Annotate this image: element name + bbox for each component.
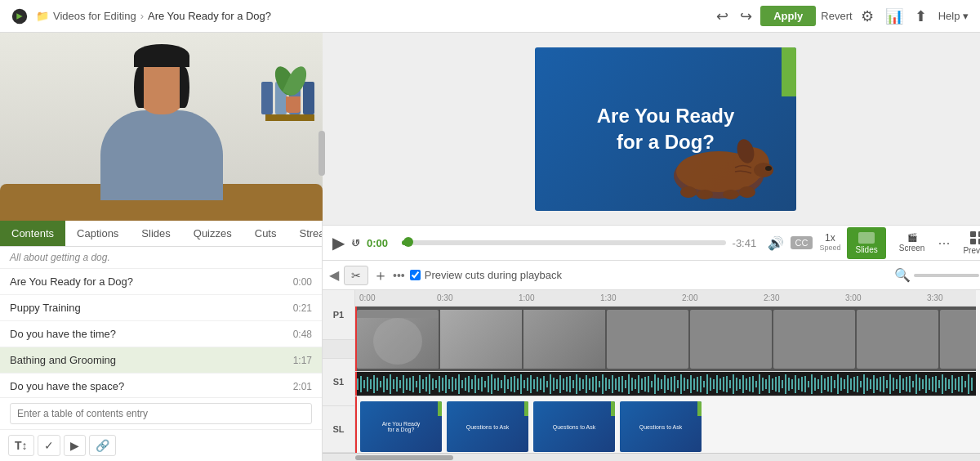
speed-button[interactable]: 1x Speed [819,233,840,252]
folder-icon: 📁 [36,10,49,22]
svg-rect-84 [595,376,597,392]
view-preview-button[interactable]: Preview [956,228,980,258]
list-item[interactable]: Are You Ready for a Dog? 0:00 [0,269,322,295]
item-title-2: Puppy Training [10,302,287,314]
svg-point-10 [739,186,755,198]
help-button[interactable]: Help ▾ [935,7,972,25]
presenter-body [100,110,223,200]
export-icon[interactable]: ⬆ [911,4,930,29]
tab-contents[interactable]: Contents [0,221,65,246]
redo-button[interactable]: ↪ [737,4,755,29]
video-clip-button[interactable]: ▶ [64,435,86,456]
preview-cuts-checkbox[interactable] [410,270,421,280]
apply-button[interactable]: Apply [760,6,816,26]
cc-button[interactable]: CC [791,236,813,249]
list-item[interactable]: Puppy Training 0:21 [0,295,322,321]
timeline-collapse-button[interactable]: ◀ [329,267,339,283]
scissors-button[interactable]: ✂ [344,266,368,285]
breadcrumb-folder[interactable]: Videos for Editing [53,10,136,22]
ruler-0: 0:00 [359,293,375,302]
svg-rect-111 [684,378,685,391]
view-slides-button[interactable]: Slides [847,227,885,259]
play-button[interactable]: ▶ [332,233,345,253]
svg-rect-169 [873,375,875,393]
timeline-more-button[interactable]: ••• [393,269,405,282]
subtitle-text: All about getting a dog. [10,252,110,263]
stats-icon[interactable]: 📊 [882,4,906,29]
video-thumb-7 [857,310,938,369]
zoom-out-button[interactable]: 🔍 [894,267,911,283]
svg-rect-126 [733,374,734,394]
sidebar-scrollbar[interactable] [318,131,325,176]
svg-rect-173 [886,380,888,388]
checkmark-button[interactable]: ✓ [38,435,60,456]
volume-button[interactable]: 🔊 [768,235,784,251]
svg-rect-80 [582,379,584,389]
contents-panel: Contents Captions Slides Quizzes Cuts St… [0,221,322,461]
more-options-button[interactable]: ··· [938,235,950,252]
scrollbar-thumb[interactable] [355,455,453,460]
list-item[interactable]: Do you have the space? 2:01 [0,374,322,397]
svg-rect-180 [909,376,911,392]
svg-rect-91 [618,377,620,392]
link-button[interactable]: 🔗 [89,435,116,456]
svg-rect-16 [373,375,375,393]
video-track-p1 [355,307,976,372]
preview-icon [970,231,980,244]
svg-rect-52 [491,374,492,394]
item-title-1: Are You Ready for a Dog? [10,275,287,288]
svg-rect-166 [863,374,865,394]
tab-captions[interactable]: Captions [65,221,130,246]
svg-rect-147 [801,377,803,392]
speed-sublabel: Speed [819,244,840,253]
svg-rect-128 [739,379,741,389]
presenter-head [136,59,188,114]
tab-slides[interactable]: Slides [130,221,181,246]
timeline-scrollbar[interactable] [323,453,980,461]
video-thumbnails [355,307,976,371]
svg-rect-73 [559,375,561,393]
ruler-230: 2:30 [764,293,779,302]
topbar-actions: ↩ ↪ Apply Revert ⚙ 📊 ⬆ Help ▾ [713,4,972,29]
text-format-button[interactable]: T↕ [8,435,34,456]
skip-back-button[interactable]: ↺ 10 [351,237,360,249]
add-button[interactable]: ＋ [373,266,388,285]
timeline-scroll[interactable]: 0:00 0:30 1:00 1:30 2:00 2:30 3:00 3:30 [355,290,980,453]
presenter-background [0,33,323,221]
undo-button[interactable]: ↩ [713,4,732,29]
tab-streams[interactable]: Streams [287,221,322,246]
timeline-labels: P1 S1 SL [323,290,355,453]
revert-button[interactable]: Revert [821,10,852,22]
svg-rect-186 [929,378,930,390]
view-screen-button[interactable]: 🎬 Screen [893,230,932,256]
svg-rect-94 [628,374,630,394]
progress-bar[interactable] [402,240,726,245]
svg-rect-154 [824,378,826,390]
ruler-200: 2:00 [682,293,697,302]
settings-icon[interactable]: ⚙ [858,4,877,29]
slide-title-line1: Are You Ready [597,105,735,127]
contents-entry-input[interactable] [10,403,312,424]
svg-rect-101 [651,381,653,387]
svg-rect-57 [507,379,509,389]
breadcrumb-separator: › [140,10,144,22]
list-item[interactable]: Do you have the time? 0:48 [0,321,322,347]
svg-rect-13 [363,380,365,388]
item-title-3: Do you have the time? [10,328,287,340]
svg-rect-156 [831,376,832,392]
svg-rect-168 [870,379,871,389]
svg-rect-82 [589,378,590,390]
svg-rect-90 [615,378,617,390]
svg-rect-163 [853,377,855,392]
svg-rect-194 [955,378,956,390]
slide-green-bar [782,47,796,96]
list-item[interactable]: Bathing and Grooming 1:17 [0,347,322,374]
ruler-130: 1:30 [600,293,616,302]
zoom-slider[interactable] [914,274,979,277]
progress-thumb[interactable] [403,237,413,247]
svg-rect-69 [546,381,548,387]
tab-cuts[interactable]: Cuts [243,221,288,246]
item-time-1: 0:00 [293,276,312,288]
svg-rect-102 [654,374,656,394]
tab-quizzes[interactable]: Quizzes [182,221,243,246]
